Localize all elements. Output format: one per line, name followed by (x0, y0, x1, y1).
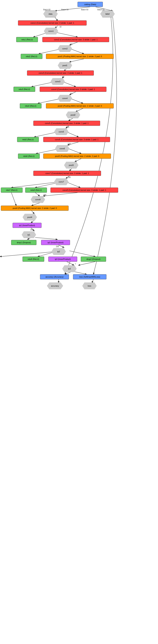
svg-line-12 (62, 76, 64, 78)
relu9-node: relu9 (ReLU) (22, 256, 44, 262)
svg-text:64: 64 (70, 93, 72, 95)
svg-line-28 (66, 176, 69, 178)
conv4-hex-node: conv4 (58, 95, 72, 102)
svg-line-47 (65, 272, 71, 274)
svg-line-38 (31, 228, 34, 231)
svg-text:128: 128 (68, 143, 71, 145)
svg-line-44 (69, 251, 95, 256)
conv2-hex-node: conv2 (58, 45, 72, 52)
relu6-node: relu6 (ReLU) (18, 154, 40, 159)
svg-text:256: 256 (68, 176, 71, 178)
svg-line-27 (69, 168, 72, 171)
svg-line-20 (66, 126, 69, 128)
pool3-op-node: pool3 (Pooling MAX) kernel size: 2 strid… (43, 154, 111, 159)
relu5-node: relu5 (ReLU) (17, 137, 39, 142)
svg-line-18 (76, 108, 83, 112)
svg-line-46 (78, 262, 95, 265)
svg-text:Batch 60: Batch 60 (43, 9, 50, 11)
svg-line-32 (43, 192, 78, 196)
relu1-node: relu1 (ReLU) (16, 37, 38, 42)
diagram-container: 32 32 64 64 128 128 256 256 256 256 ? Ba… (0, 0, 158, 644)
conv8-hex-node: conv8 (31, 196, 45, 203)
relu8-node: relu8 (ReLU) (25, 188, 47, 192)
loss-op-node: loss (SoftmaxWithLoss) (73, 274, 106, 279)
conv7-hex-node: conv7 (54, 178, 69, 185)
svg-line-45 (67, 262, 74, 265)
relu4-node: relu4 (ReLU) (20, 103, 41, 108)
svg-line-35 (31, 202, 41, 206)
pool3-hex-node: pool3 (64, 162, 78, 168)
ip1-op-node: ip1 (InnerProduct) (13, 223, 41, 228)
svg-line-33 (11, 192, 16, 206)
ip3-hex-node: ip3 (62, 265, 77, 272)
svg-line-26 (75, 159, 81, 162)
data-node: data (43, 10, 58, 17)
drop2-node: drop2 (Dropout) (81, 256, 106, 262)
svg-line-36 (31, 211, 34, 214)
svg-text:32: 32 (59, 26, 62, 28)
svg-line-37 (31, 220, 34, 223)
svg-text:64: 64 (62, 76, 64, 78)
drop1-node: drop1 (Dropout) (11, 240, 36, 245)
svg-line-25 (68, 148, 81, 154)
svg-line-50 (92, 279, 93, 283)
svg-line-1 (55, 7, 90, 11)
catdog-node: catdog (Data) (78, 2, 103, 7)
conv6-hex-node: conv6 (55, 145, 69, 152)
svg-line-6 (55, 32, 78, 37)
svg-text:256: 256 (43, 194, 46, 196)
accuracy-hex-node: accuracy (47, 282, 63, 289)
svg-line-7 (69, 42, 78, 45)
relu7-node: relu7 (ReLU) (1, 188, 22, 192)
relu2-node: relu2 (ReLU) (21, 54, 42, 59)
svg-line-2 (96, 7, 113, 11)
svg-line-34 (35, 192, 40, 196)
conv2-op-node: conv2 (Convolution) kernel size: 3 strid… (42, 37, 109, 42)
conv8-op-node: conv8 (Convolution) kernel size: 3 strid… (50, 188, 118, 192)
svg-line-31 (66, 182, 80, 188)
ip3-op-node: ip3 (InnerProduct) (48, 256, 77, 262)
svg-text:Batch 50: Batch 50 (61, 9, 69, 11)
pool2-op-node: pool2 (Pooling MAX) kernel size: 2 strid… (46, 103, 114, 108)
svg-line-10 (69, 59, 84, 62)
conv1-op-node: conv1 (Convolution) kernel size: 3 strid… (18, 20, 87, 26)
svg-line-23 (68, 142, 78, 145)
pool1-op-node: pool1 (Pooling MAX) kernel size: 2 strid… (46, 54, 114, 59)
ip1-hex-node: ip1 (22, 231, 36, 238)
ip2-op-node: ip2 (InnerProduct) (41, 240, 70, 245)
conv5-op-node: conv5 (Convolution) kernel size: 3 strid… (33, 121, 100, 126)
svg-text:128: 128 (66, 126, 69, 128)
svg-text:?: ? (75, 263, 76, 265)
svg-text:32: 32 (70, 43, 72, 45)
conv3-hex-node: conv3 (50, 78, 65, 85)
svg-text:Batch 50: Batch 50 (81, 9, 88, 11)
pool4-hex-node: pool4 (22, 214, 37, 221)
diagram-arrows: 32 32 64 64 128 128 256 256 256 256 ? Ba… (0, 0, 158, 644)
svg-line-15 (69, 92, 76, 95)
accuracy-op-node: accuracy (Accuracy) (40, 274, 69, 279)
ip2-hex-node: ip2 (51, 248, 66, 255)
conv6-op-node: conv6 (Convolution) kernel size: 3 strid… (43, 137, 110, 142)
conv7-op-node: conv7 (Convolution) kernel size: 3 strid… (33, 171, 101, 176)
svg-text:Batch 60: Batch 60 (97, 9, 105, 11)
pool2-hex-node: pool2 (66, 112, 80, 118)
svg-text:256: 256 (30, 229, 33, 231)
conv5-hex-node: conv5 (54, 128, 69, 135)
svg-line-19 (69, 118, 73, 121)
loss-hex-node: loss (82, 282, 97, 289)
svg-line-48 (75, 272, 87, 274)
svg-line-29 (11, 182, 59, 188)
conv4-op-node: conv4 (Convolution) kernel size: 3 strid… (40, 87, 106, 92)
svg-text:256: 256 (56, 246, 59, 248)
label-node: label (100, 10, 115, 17)
conv1-hex-node: conv1 (44, 28, 58, 34)
relu3-node: relu3 (ReLU) (13, 87, 35, 92)
pool4-op-node: pool4 (Pooling MAX) kernel size: 2 strid… (1, 206, 69, 211)
svg-line-40 (35, 238, 57, 240)
pool1-hex-node: pool1 (58, 62, 72, 69)
conv3-op-node: conv3 (Convolution) kernel size: 3 strid… (27, 70, 94, 76)
